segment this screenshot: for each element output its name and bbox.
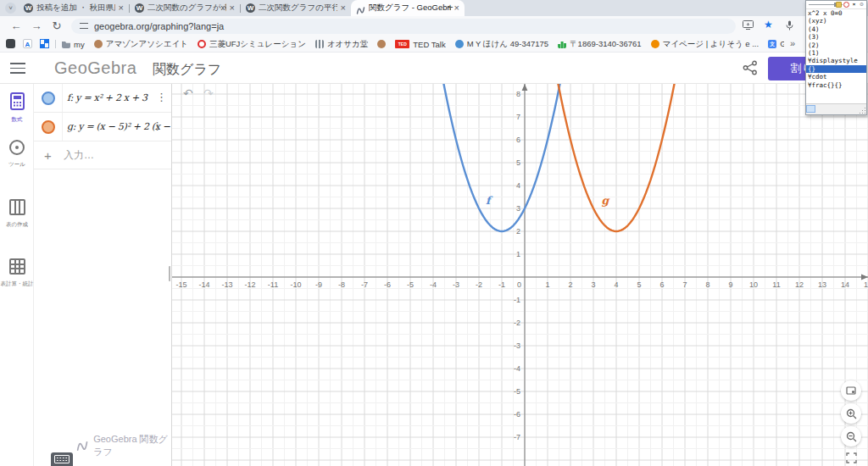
tab-search-chevron-icon[interactable]: ˅ <box>5 3 16 14</box>
chart-icon <box>558 40 566 48</box>
address-bar[interactable]: geogebra.org/graphing?lang=ja <box>71 19 736 34</box>
sidebar-item-表の作成[interactable]: 表の作成 <box>0 199 34 229</box>
url-text[interactable]: geogebra.org/graphing?lang=ja <box>94 21 224 31</box>
more-options-icon[interactable]: ⋮ <box>156 92 167 103</box>
algebra-row-2[interactable]: g: y = (x − 5)² + 2 (x − 5) + 3⋮ <box>34 113 171 141</box>
close-tab-icon[interactable]: × <box>230 3 235 13</box>
curve-label-g[interactable]: g <box>601 194 610 207</box>
close-tab-icon[interactable]: × <box>119 3 124 13</box>
bookmark-3[interactable]: 三菱UFJシミュレーション <box>198 39 306 50</box>
bookmark-5[interactable] <box>377 40 386 48</box>
back-button[interactable]: ← <box>8 19 24 34</box>
sidebar-item-表計算・統計[interactable]: 表計算・統計 <box>0 258 34 288</box>
bookmark-2[interactable]: アマゾンアソシエイト <box>94 39 188 50</box>
fullscreen-button[interactable] <box>841 447 861 466</box>
redo-icon[interactable]: ↷ <box>203 86 214 100</box>
visibility-marble[interactable] <box>42 120 55 134</box>
cast-icon[interactable] <box>743 20 754 31</box>
popup-titlebar[interactable]: × ⚙ <box>806 1 866 9</box>
new-tab-button[interactable]: + <box>444 3 456 14</box>
bookmark-4[interactable]: オオサカ堂 <box>315 39 368 50</box>
close-icon[interactable]: × <box>851 2 857 8</box>
forward-button[interactable]: → <box>29 19 44 34</box>
share-icon[interactable] <box>743 60 758 75</box>
x-tick-label: 3 <box>591 280 595 289</box>
bookmarks-overflow-chevron[interactable]: » <box>790 38 795 48</box>
popup-item-6[interactable]: (1) <box>806 49 866 57</box>
tools-icon <box>9 140 25 155</box>
settings-gear-icon[interactable]: ⚙ <box>859 2 865 8</box>
popup-item-8[interactable]: {} <box>806 65 866 73</box>
browser-tab-3[interactable]: W二次関数グラフの平行移動 – 秋田× <box>241 0 351 16</box>
menu-hamburger-icon[interactable] <box>10 63 25 74</box>
mic-icon[interactable] <box>786 20 793 32</box>
popup-item-2[interactable]: (xyz) <box>806 17 866 25</box>
bookmark-1[interactable]: my <box>62 40 85 49</box>
popup-item-4[interactable]: (3) <box>806 33 866 41</box>
person-icon <box>377 40 386 48</box>
browser-window: ˅ W投稿を追加 ・ 秋田県鹿角市聯堂×W二次関数のグラフがx軸から切り取×W二… <box>0 0 868 466</box>
app-title: 関数グラフ <box>153 61 221 79</box>
bookmark-6[interactable]: TEDTED Talk <box>395 40 445 49</box>
wordpress-favicon-icon: W <box>24 3 33 13</box>
popup-item-5[interactable]: (2) <box>806 42 866 49</box>
equation-text: f: y = x² + 2 x + 3 <box>63 92 171 103</box>
geogebra-logo[interactable]: GeoGebra <box>54 58 136 78</box>
a-extension-icon[interactable]: A <box>23 39 32 48</box>
zoom-in-button[interactable] <box>841 403 861 424</box>
table-columns-icon <box>9 199 25 215</box>
tabs-container: W投稿を追加 ・ 秋田県鹿角市聯堂×W二次関数のグラフがx軸から切り取×W二次関… <box>19 0 465 16</box>
y-tick-label: 4 <box>516 181 520 190</box>
popup-item-10[interactable]: ¥frac{}{} <box>806 81 866 89</box>
sidebar-item-label: 表計算・統計 <box>0 280 34 288</box>
spreadsheet-icon <box>9 258 25 275</box>
geogebra-favicon-icon <box>356 3 365 13</box>
geogebra-header: GeoGebra 関数グラフ 割り当て <box>0 52 868 84</box>
x-tick-label: -14 <box>198 280 209 289</box>
popup-item-3[interactable]: (4) <box>806 25 866 33</box>
apps-grid-icon[interactable] <box>40 39 49 48</box>
x-tick-label: 2 <box>568 280 572 289</box>
sidebar-item-ツール[interactable]: ツール <box>0 140 34 169</box>
marble-cell <box>34 84 63 112</box>
popup-resize-grip[interactable] <box>865 113 866 114</box>
expression-input[interactable] <box>62 148 159 162</box>
folder-icon[interactable] <box>836 2 842 8</box>
curve-label-f[interactable]: f <box>486 194 493 207</box>
y-tick-label: 7 <box>516 113 520 121</box>
record-icon[interactable] <box>843 2 849 8</box>
popup-item-9[interactable]: ¥cdot <box>806 73 866 80</box>
extension-icon[interactable] <box>6 39 15 48</box>
y-tick-label: -7 <box>514 433 520 441</box>
browser-tab-2[interactable]: W二次関数のグラフがx軸から切り取× <box>130 0 240 16</box>
visibility-marble[interactable] <box>42 92 55 105</box>
reload-button[interactable]: ↻ <box>49 19 64 34</box>
site-info-icon[interactable] <box>80 23 88 30</box>
zoom-out-button[interactable] <box>841 426 861 447</box>
x-tick-label: 9 <box>728 280 732 289</box>
virtual-keyboard-toggle[interactable] <box>51 452 73 466</box>
bookmark-10[interactable]: 文Google 翻訳 <box>768 39 784 50</box>
bookmark-8[interactable]: 〒1869-3140-36761 <box>558 39 642 50</box>
panel-resize-handle[interactable] <box>169 266 176 281</box>
more-options-icon[interactable]: ⋮ <box>152 120 163 132</box>
popup-item-7[interactable]: ¥displaystyle <box>806 57 866 64</box>
popup-item-1[interactable]: x^2 x 0=0 <box>806 9 866 17</box>
y-tick-label: 2 <box>516 227 520 236</box>
browser-tab-1[interactable]: W投稿を追加 ・ 秋田県鹿角市聯堂× <box>19 0 129 16</box>
graph-canvas[interactable]: -15-14-13-12-11-10-9-8-7-6-5-4-3-2-10123… <box>172 84 868 466</box>
close-tab-icon[interactable]: × <box>341 3 346 13</box>
bookmark-label: TED Talk <box>413 40 445 49</box>
sidebar-item-label: ツール <box>0 161 34 169</box>
standard-view-button[interactable] <box>841 380 861 401</box>
utility-popup-window: × ⚙ x^2 x 0=0(xyz)(4)(3)(2)(1)¥displayst… <box>805 0 867 115</box>
sidebar-item-数式[interactable]: 数式 <box>0 92 34 124</box>
algebra-input-row[interactable]: + <box>34 141 171 169</box>
algebra-row-1[interactable]: f: y = x² + 2 x + 3⋮ <box>34 84 171 113</box>
add-input-icon: + <box>34 148 62 163</box>
bookmark-7[interactable]: M Y ほけん 49-347175 <box>455 39 548 50</box>
undo-icon[interactable]: ↶ <box>183 86 193 100</box>
bookmark-9[interactable]: マイページ | よりそう e ... <box>651 39 760 50</box>
x-tick-label: -15 <box>175 280 186 289</box>
bookmark-star-icon[interactable]: ★ <box>764 19 773 31</box>
